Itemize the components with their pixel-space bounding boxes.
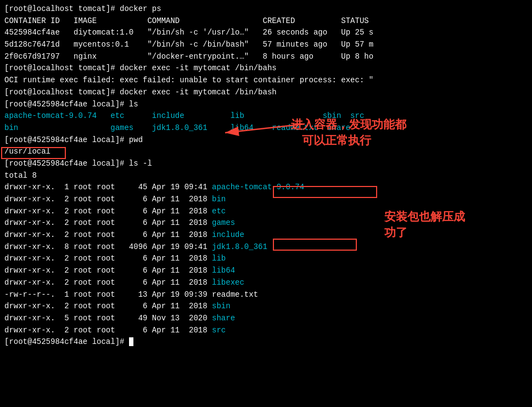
terminal-line: [root@localhost tomcat]# docker exec -it… bbox=[4, 87, 528, 99]
terminal-line-pwd: /usr/local bbox=[4, 146, 528, 158]
terminal-line: drwxr-xr-x. 2 root root 6 Apr 11 2018 ga… bbox=[4, 217, 528, 229]
terminal-line: OCI runtime exec failed: exec failed: un… bbox=[4, 75, 528, 87]
terminal-line: total 8 bbox=[4, 170, 528, 182]
terminal-window: [root@localhost tomcat]# docker ps CONTA… bbox=[0, 0, 532, 407]
terminal-line: -rw-r--r--. 1 root root 13 Apr 19 09:39 … bbox=[4, 289, 528, 301]
terminal-line: drwxr-xr-x. 2 root root 6 Apr 11 2018 li… bbox=[4, 265, 528, 277]
terminal-line: drwxr-xr-x. 5 root root 49 Nov 13 2020 s… bbox=[4, 313, 528, 325]
terminal-line: [root@4525984cf4ae local]# ls -l bbox=[4, 158, 528, 170]
terminal-line: drwxr-xr-x. 2 root root 6 Apr 11 2018 bi… bbox=[4, 194, 528, 206]
terminal-line: [root@4525984cf4ae local]# pwd bbox=[4, 134, 528, 146]
terminal-line: drwxr-xr-x. 2 root root 6 Apr 11 2018 in… bbox=[4, 229, 528, 241]
terminal-line: drwxr-xr-x. 8 root root 4096 Apr 19 09:4… bbox=[4, 241, 528, 253]
terminal-line: drwxr-xr-x. 2 root root 6 Apr 11 2018 li… bbox=[4, 253, 528, 265]
terminal-line: 2f0c67d91797 nginx "/docker-entrypoint.…… bbox=[4, 51, 528, 63]
terminal-line: CONTAINER ID IMAGE COMMAND CREATED STATU… bbox=[4, 15, 528, 27]
terminal-line: [root@localhost tomcat]# docker ps bbox=[4, 3, 528, 15]
terminal-line: drwxr-xr-x. 1 root root 45 Apr 19 09:41 … bbox=[4, 182, 528, 194]
terminal-line: drwxr-xr-x. 2 root root 6 Apr 11 2018 li… bbox=[4, 277, 528, 289]
terminal-line: apache-tomcat-9.0.74 etc include lib sbi… bbox=[4, 110, 528, 122]
terminal-line: drwxr-xr-x. 2 root root 6 Apr 11 2018 et… bbox=[4, 206, 528, 218]
terminal-line: 4525984cf4ae diytomcat:1.0 "/bin/sh -c '… bbox=[4, 27, 528, 39]
terminal-line-prompt: [root@4525984cf4ae local]# bbox=[4, 336, 528, 348]
terminal-line: [root@4525984cf4ae local]# ls bbox=[4, 99, 528, 111]
terminal-line: drwxr-xr-x. 2 root root 6 Apr 11 2018 sb… bbox=[4, 301, 528, 313]
terminal-line: drwxr-xr-x. 2 root root 6 Apr 11 2018 sr… bbox=[4, 325, 528, 337]
terminal-line: [root@localhost tomcat]# docker exec -it… bbox=[4, 63, 528, 75]
terminal-line: 5d128c76471d mycentos:0.1 "/bin/sh -c /b… bbox=[4, 39, 528, 51]
terminal-line: bin games jdk1.8.0_361 lib64 readme.txt … bbox=[4, 122, 528, 134]
